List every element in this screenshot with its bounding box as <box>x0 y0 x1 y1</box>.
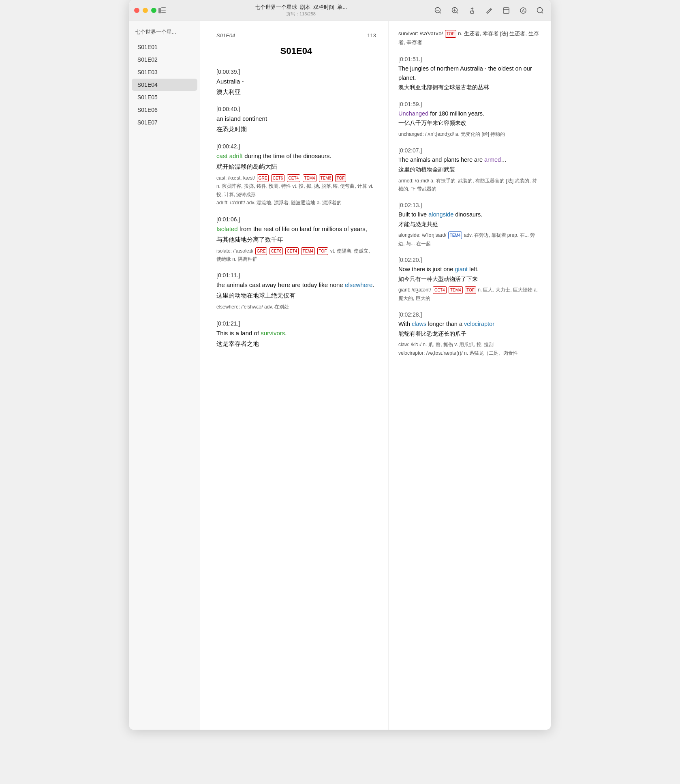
close-button[interactable] <box>134 8 139 13</box>
titlebar-center: 七个世界一个星球_剧本_双栏时间_单... 页码：113/258 <box>194 4 408 17</box>
vocab-ts-0213: [0:02:13.] <box>398 202 541 208</box>
script-block-1: [0:00:39.] Australia - 澳大利亚 <box>216 69 376 97</box>
vocab-unchanged[interactable]: Unchanged <box>398 110 428 117</box>
sidebar-toggle-button[interactable] <box>156 5 168 16</box>
vocab-line-cast-def: n. 演员阵容, 投掷, 铸件, 预测, 特性 vt. 投, 掷, 抛, 脱落,… <box>216 182 376 199</box>
svg-rect-1 <box>161 7 166 8</box>
vocab-ts-0228: [0:02:28.] <box>398 311 541 318</box>
timestamp-1: [0:00:39.] <box>216 69 376 75</box>
vocab-entry-0151: [0:01:51.] The jungles of northern Austr… <box>398 56 541 92</box>
tag-cet6-isolate: CET6 <box>269 247 283 255</box>
tag-tof-isolate: TOF <box>317 247 329 255</box>
vocab-note-alongside: alongside: /əˈlɒŋˈsaɪd/ TEM4 adv. 在旁边, 靠… <box>398 231 541 248</box>
timestamp-4: [0:01:06.] <box>216 216 376 223</box>
vocab-zh-0220: 如今只有一种大型动物活了下来 <box>398 275 541 284</box>
vocab-note-velociraptor: velociraptor: /vəˌlɒsɪˈræptə(r)/ n. 迅猛龙（… <box>398 349 541 357</box>
vocab-zh-0207: 这里的动植物全副武装 <box>398 165 541 174</box>
zh-text-6: 这是幸存者之地 <box>216 339 376 349</box>
titlebar: 七个世界一个星球_剧本_双栏时间_单... 页码：113/258 A <box>129 0 551 21</box>
vocab-velociraptor[interactable]: velociraptor <box>464 321 494 327</box>
tag-tem8-cast: TEM8 <box>319 174 333 182</box>
app-window: 七个世界一个星球_剧本_双栏时间_单... 页码：113/258 A <box>129 0 551 730</box>
vocab-giant[interactable]: giant <box>455 266 467 272</box>
timestamp-2: [0:00:40.] <box>216 106 376 112</box>
tag-cet4-cast: CET4 <box>287 174 301 182</box>
sidebar-item-s01e01[interactable]: S01E01 <box>132 41 197 53</box>
vocab-survivors[interactable]: survivors <box>261 330 285 336</box>
vocab-armed[interactable]: armed <box>484 156 501 163</box>
svg-text:A: A <box>522 9 525 13</box>
sidebar-item-s01e06[interactable]: S01E06 <box>132 104 197 116</box>
vocab-claws[interactable]: claws <box>412 321 426 327</box>
en-text-3: cast adrift during the time of the dinos… <box>216 151 376 161</box>
sidebar-item-s01e07[interactable]: S01E07 <box>132 116 197 129</box>
vocab-alongside[interactable]: alongside <box>428 211 453 218</box>
expand-button[interactable] <box>500 5 512 16</box>
script-block-6: [0:01:21.] This is a land of survivors. … <box>216 320 376 349</box>
svg-line-18 <box>542 12 543 13</box>
en-text-2: an island continent <box>216 114 376 124</box>
episode-title: S01E04 <box>216 46 376 56</box>
vocab-line-isolate: isolate: /ˈaɪsəleɪt/ GRE CET6 CET4 TEM4 … <box>216 247 376 263</box>
script-block-3: [0:00:42.] cast adrift during the time o… <box>216 143 376 207</box>
zh-text-1: 澳大利亚 <box>216 87 376 97</box>
svg-rect-0 <box>158 8 161 13</box>
titlebar-actions: A <box>432 5 546 16</box>
vocab-en-0159: Unchanged for 180 million years. <box>398 109 541 118</box>
vocab-cast-adrift[interactable]: cast adrift <box>216 152 243 159</box>
vocab-note-claw: claw: /klɔː/ n. 爪, 螯, 抓伤 v. 用爪抓, 挖, 搜刮 <box>398 341 541 349</box>
sidebar-app-title: 七个世界一个星... <box>129 26 200 41</box>
vocab-en-0207: The animals and plants here are armed… <box>398 155 541 164</box>
zh-text-4: 与其他陆地分离了数千年 <box>216 235 376 244</box>
tag-tem4-cast: TEM4 <box>303 174 317 182</box>
vocab-zh-0151: 澳大利亚北部拥有全球最古老的丛林 <box>398 83 541 92</box>
tag-tem4-giant: TEM4 <box>449 286 463 294</box>
page-subtitle: 页码：113/258 <box>286 11 316 17</box>
timestamp-5: [0:01:11.] <box>216 272 376 278</box>
vocab-column[interactable]: survivor: /sə'vaɪvə/ TOF n. 生还者, 幸存者 [法]… <box>389 21 551 730</box>
page-number: 113 <box>367 32 376 39</box>
tag-cet4-isolate: CET4 <box>285 247 299 255</box>
vocab-entry-0159: [0:01:59.] Unchanged for 180 million yea… <box>398 101 541 139</box>
vocab-line-elsewhere: elsewhere: /ˈelshwɛə/ adv. 在别处 <box>216 303 376 311</box>
tag-tof-giant: TOF <box>465 286 476 294</box>
tag-gre-cast: GRE <box>257 174 269 182</box>
svg-line-10 <box>457 12 458 13</box>
vocab-zh-0228: 鸵鸵有着比恐龙还长的爪子 <box>398 330 541 338</box>
minimize-button[interactable] <box>143 8 148 13</box>
tag-tof-survivor: TOF <box>445 30 456 38</box>
traffic-lights <box>134 8 156 13</box>
sidebar-item-s01e03[interactable]: S01E03 <box>132 66 197 78</box>
zoom-out-button[interactable] <box>432 5 444 16</box>
sidebar-item-s01e05[interactable]: S01E05 <box>132 91 197 103</box>
vocab-line-adrift: adrift: /ə'drɪft/ adv. 漂流地, 漂浮着, 随波逐流地 a… <box>216 199 376 207</box>
tag-tem4-isolate: TEM4 <box>301 247 315 255</box>
share-button[interactable] <box>466 5 478 16</box>
vocab-entry-survivor: survivor: /sə'vaɪvə/ TOF n. 生还者, 幸存者 [法]… <box>398 29 541 47</box>
tag-cet4-giant: CET4 <box>433 286 447 294</box>
script-column[interactable]: S01E04 113 S01E04 [0:00:39.] Australia -… <box>200 21 389 730</box>
sidebar: 七个世界一个星... S01E01 S01E02 S01E03 S01E04 S… <box>129 21 200 730</box>
vocab-zh-0213: 才能与恐龙共处 <box>398 220 541 229</box>
timestamp-6: [0:01:21.] <box>216 320 376 327</box>
zoom-in-button[interactable] <box>449 5 461 16</box>
pen-button[interactable] <box>483 5 495 16</box>
annotation-button[interactable]: A <box>517 5 529 16</box>
en-text-6: This is a land of survivors. <box>216 328 376 338</box>
tag-gre-isolate: GRE <box>255 247 267 255</box>
vocab-elsewhere[interactable]: elsewhere <box>345 281 372 288</box>
content-area: S01E04 113 S01E04 [0:00:39.] Australia -… <box>200 21 551 730</box>
maximize-button[interactable] <box>151 8 156 13</box>
zh-text-2: 在恐龙时期 <box>216 124 376 134</box>
vocab-isolated[interactable]: Isolated <box>216 225 238 232</box>
svg-point-17 <box>537 7 543 13</box>
vocab-survivor-text: survivor: /sə'vaɪvə/ TOF n. 生还者, 幸存者 [法]… <box>398 29 541 47</box>
search-button[interactable] <box>535 5 546 16</box>
sidebar-item-s01e04[interactable]: S01E04 <box>132 79 197 91</box>
tag-tof-cast: TOF <box>335 174 346 182</box>
svg-rect-3 <box>161 12 166 13</box>
zh-text-3: 就开始漂移的岛屿大陆 <box>216 162 376 171</box>
tag-tem4-alongside: TEM4 <box>448 231 462 239</box>
script-block-2: [0:00:40.] an island continent 在恐龙时期 <box>216 106 376 134</box>
sidebar-item-s01e02[interactable]: S01E02 <box>132 54 197 66</box>
